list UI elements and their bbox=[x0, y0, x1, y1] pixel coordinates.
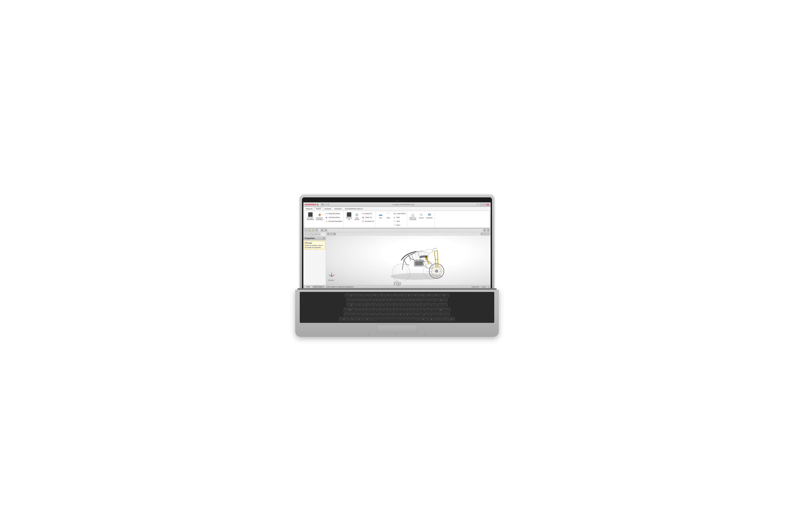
reference-geometry-button[interactable]: △ ReferenceGeometry bbox=[408, 212, 417, 221]
tb2-pan[interactable]: ✋ bbox=[312, 229, 315, 232]
vp-zoom-fit[interactable]: ⊡ bbox=[481, 233, 483, 235]
key-f11[interactable]: F11 bbox=[426, 294, 432, 298]
revolved-boss-base-button[interactable]: ◉ RevolvedBoss/Base bbox=[315, 212, 324, 223]
key-4[interactable]: 4 bbox=[374, 299, 380, 303]
key-right[interactable]: ▶ bbox=[448, 318, 455, 322]
key-2[interactable]: 2 bbox=[360, 299, 367, 303]
key-q[interactable]: Q bbox=[356, 303, 363, 307]
restore-button[interactable]: □ bbox=[483, 204, 486, 206]
key-8[interactable]: 8 bbox=[401, 299, 407, 303]
instant3d-button[interactable]: 3D Instant3D bbox=[425, 212, 433, 219]
key-semicolon[interactable]: ; bbox=[418, 308, 424, 312]
key-f4[interactable]: F4 bbox=[378, 294, 385, 298]
tab-model[interactable]: Model bbox=[305, 286, 312, 288]
extruded-cut-button[interactable]: ⬛ ExtrudedCut bbox=[345, 212, 353, 223]
key-6[interactable]: 6 bbox=[387, 299, 394, 303]
key-win[interactable]: ⊞ bbox=[356, 318, 362, 322]
key-t[interactable]: T bbox=[384, 303, 390, 307]
key-1[interactable]: 1 bbox=[353, 299, 360, 303]
key-down[interactable]: ▼ bbox=[442, 318, 448, 322]
key-c[interactable]: C bbox=[377, 313, 383, 317]
vp-zoom-in[interactable]: + bbox=[484, 233, 486, 235]
key-v[interactable]: V bbox=[384, 313, 390, 317]
key-e[interactable]: E bbox=[370, 303, 376, 307]
lofted-cut-button[interactable]: ◈ Lofted Cut bbox=[361, 215, 375, 219]
key-h[interactable]: H bbox=[391, 308, 397, 312]
key-u[interactable]: U bbox=[397, 303, 404, 307]
fillet-button[interactable]: ⌒ Fillet bbox=[385, 212, 392, 219]
swept-cut-button[interactable]: ⟿ Swept Cut bbox=[361, 212, 375, 215]
tb2-right2[interactable]: ⊞ bbox=[486, 229, 490, 232]
key-left[interactable]: ◀ bbox=[428, 318, 435, 322]
key-y[interactable]: Y bbox=[390, 303, 397, 307]
linear-pattern-button[interactable]: ⊞ Linear Pattern bbox=[392, 212, 406, 215]
panel-tb-forward[interactable]: → bbox=[307, 233, 310, 236]
key-d[interactable]: D bbox=[370, 308, 377, 312]
key-esc[interactable]: Esc bbox=[345, 294, 358, 298]
key-k[interactable]: K bbox=[404, 308, 410, 312]
key-5[interactable]: 5 bbox=[381, 299, 387, 303]
key-fn[interactable]: Fn bbox=[349, 318, 355, 322]
3d-viewport[interactable]: ⊞ □ ◉ ⊡ + − bbox=[326, 232, 491, 285]
key-backslash[interactable]: \ bbox=[438, 303, 447, 307]
close-button[interactable]: × bbox=[486, 204, 489, 206]
key-f7[interactable]: F7 bbox=[399, 294, 405, 298]
key-f8[interactable]: F8 bbox=[406, 294, 412, 298]
boundary-cut-button[interactable]: ⬡ Boundary Cut bbox=[361, 219, 375, 223]
key-o[interactable]: O bbox=[411, 303, 417, 307]
tab-motion-study[interactable]: Motion Study 1 bbox=[312, 286, 325, 288]
curves-button[interactable]: ∿ Curves bbox=[418, 212, 425, 219]
panel-tb-option[interactable]: ≡ bbox=[317, 233, 320, 236]
key-enter[interactable]: Enter bbox=[431, 308, 450, 312]
tab-features[interactable]: Features bbox=[304, 207, 314, 210]
key-f12[interactable]: F12 bbox=[433, 294, 439, 298]
vp-hide-show[interactable]: ◉ bbox=[333, 233, 336, 235]
key-up[interactable]: ▲ bbox=[435, 318, 441, 322]
key-x[interactable]: X bbox=[370, 313, 376, 317]
key-f[interactable]: F bbox=[377, 308, 384, 312]
key-ralt[interactable]: Alt bbox=[418, 318, 428, 322]
key-m[interactable]: M bbox=[404, 313, 410, 317]
key-lalt[interactable]: Alt bbox=[363, 318, 372, 322]
touchpad[interactable] bbox=[377, 324, 417, 333]
tb2-views[interactable]: ⊞ bbox=[320, 229, 324, 232]
tb2-zoom[interactable]: 🔍 bbox=[308, 229, 311, 232]
extruded-boss-base-button[interactable]: ⬛ ExtrudedBoss/Base bbox=[306, 212, 315, 223]
hole-wizard-button[interactable]: ⊙ HoleWizard bbox=[353, 212, 361, 223]
key-p[interactable]: P bbox=[418, 303, 424, 307]
tab-addins[interactable]: SOLIDWORKS Add-Ins bbox=[344, 207, 364, 210]
key-b[interactable]: B bbox=[390, 313, 397, 317]
key-f1[interactable]: F1 bbox=[358, 294, 365, 298]
key-equals[interactable]: = bbox=[428, 299, 434, 303]
key-f10[interactable]: F10 bbox=[419, 294, 425, 298]
key-del[interactable]: Del bbox=[440, 294, 449, 298]
minimize-button[interactable]: − bbox=[480, 204, 483, 206]
key-n[interactable]: N bbox=[397, 313, 404, 317]
key-j[interactable]: J bbox=[398, 308, 404, 312]
draft-button[interactable]: ◂ Draft bbox=[392, 215, 406, 219]
vp-zoom-out[interactable]: − bbox=[487, 233, 490, 235]
key-0[interactable]: 0 bbox=[414, 299, 421, 303]
key-quote[interactable]: ' bbox=[425, 308, 431, 312]
tb2-select[interactable]: ↖ bbox=[304, 229, 308, 232]
key-rshift[interactable]: ⇧ bbox=[431, 313, 450, 317]
key-f9[interactable]: F9 bbox=[412, 294, 419, 298]
panel-help-icon[interactable]: ? bbox=[323, 237, 325, 240]
key-f3[interactable]: F3 bbox=[372, 294, 378, 298]
key-3[interactable]: 3 bbox=[367, 299, 373, 303]
key-f6[interactable]: F6 bbox=[392, 294, 398, 298]
vp-standard-views[interactable]: ⊞ bbox=[327, 233, 330, 235]
shell-button[interactable]: □ Shell bbox=[392, 219, 406, 223]
key-9[interactable]: 9 bbox=[408, 299, 414, 303]
key-7[interactable]: 7 bbox=[394, 299, 400, 303]
key-lbracket[interactable]: [ bbox=[424, 303, 431, 307]
mirror-button[interactable]: ⊣ Mirror bbox=[392, 223, 406, 227]
key-z[interactable]: Z bbox=[363, 313, 370, 317]
key-minus[interactable]: - bbox=[421, 299, 427, 303]
rib-button[interactable]: ▬ Rib bbox=[377, 212, 384, 219]
key-l[interactable]: L bbox=[411, 308, 417, 312]
key-rbracket[interactable]: ] bbox=[431, 303, 438, 307]
key-space[interactable] bbox=[373, 318, 418, 322]
tb2-right1[interactable]: ⊞ bbox=[483, 229, 486, 232]
key-i[interactable]: I bbox=[404, 303, 410, 307]
